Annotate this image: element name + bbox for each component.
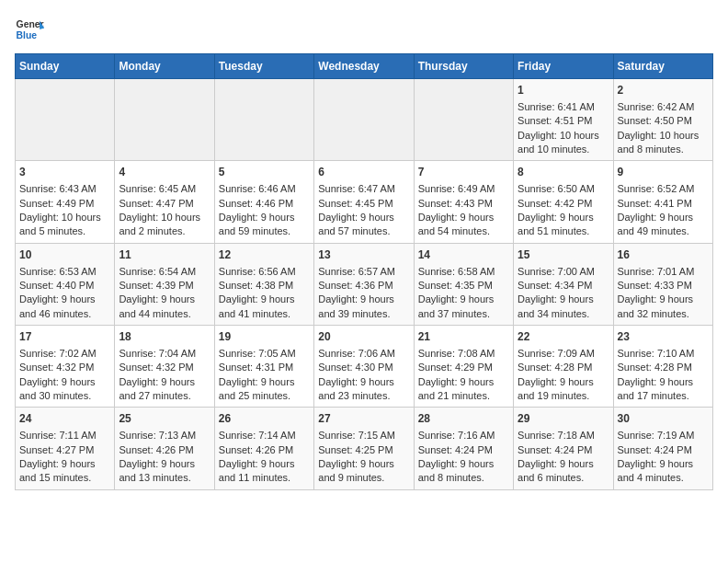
calendar-cell: 15Sunrise: 7:00 AMSunset: 4:34 PMDayligh… — [514, 243, 613, 325]
calendar-cell: 27Sunrise: 7:15 AMSunset: 4:25 PMDayligh… — [314, 408, 414, 489]
calendar-cell — [314, 79, 414, 161]
day-info: Sunset: 4:29 PM — [418, 361, 509, 374]
svg-text:Blue: Blue — [17, 30, 38, 40]
day-number: 2 — [618, 83, 709, 98]
day-info: Sunrise: 7:00 AM — [518, 265, 609, 279]
day-info: Sunrise: 7:02 AM — [19, 347, 110, 361]
day-number: 23 — [618, 329, 709, 345]
day-number: 24 — [19, 411, 110, 427]
day-info: Sunset: 4:30 PM — [318, 361, 409, 374]
day-number: 25 — [119, 411, 210, 427]
days-of-week-row: SundayMondayTuesdayWednesdayThursdayFrid… — [16, 54, 713, 79]
day-info: Sunset: 4:27 PM — [19, 443, 110, 457]
calendar-week-row: 3Sunrise: 6:43 AMSunset: 4:49 PMDaylight… — [16, 161, 713, 243]
day-info: Sunrise: 7:08 AM — [418, 347, 509, 361]
day-info: Sunset: 4:34 PM — [518, 279, 609, 293]
day-number: 19 — [219, 329, 310, 345]
day-info: Sunset: 4:36 PM — [318, 279, 409, 293]
day-info: Sunrise: 6:54 AM — [119, 265, 210, 279]
day-info: Daylight: 9 hours and 9 minutes. — [318, 457, 409, 486]
day-info: Sunset: 4:38 PM — [219, 279, 310, 293]
calendar-week-row: 17Sunrise: 7:02 AMSunset: 4:32 PMDayligh… — [16, 326, 713, 408]
calendar-body: 1Sunrise: 6:41 AMSunset: 4:51 PMDaylight… — [16, 79, 713, 490]
calendar-cell: 13Sunrise: 6:57 AMSunset: 4:36 PMDayligh… — [314, 243, 414, 325]
day-info: Sunrise: 7:14 AM — [219, 429, 310, 442]
day-info: Daylight: 9 hours and 51 minutes. — [518, 211, 609, 239]
day-number: 15 — [518, 247, 609, 263]
day-number: 13 — [318, 247, 409, 263]
day-info: Sunset: 4:46 PM — [219, 197, 310, 211]
day-number: 5 — [219, 165, 310, 180]
day-number: 29 — [518, 411, 609, 427]
day-info: Sunrise: 6:50 AM — [518, 182, 609, 196]
day-number: 12 — [219, 247, 310, 263]
day-info: Daylight: 9 hours and 54 minutes. — [418, 211, 509, 239]
day-info: Sunrise: 6:58 AM — [418, 265, 509, 279]
day-info: Sunrise: 7:11 AM — [19, 429, 110, 442]
day-info: Daylight: 10 hours and 8 minutes. — [618, 129, 709, 157]
day-info: Sunrise: 6:53 AM — [19, 265, 110, 279]
day-info: Sunrise: 7:09 AM — [518, 347, 609, 361]
day-number: 4 — [119, 165, 210, 180]
day-info: Daylight: 9 hours and 34 minutes. — [518, 293, 609, 321]
day-info: Sunrise: 6:57 AM — [318, 265, 409, 279]
calendar-cell: 10Sunrise: 6:53 AMSunset: 4:40 PMDayligh… — [16, 243, 115, 325]
day-info: Sunset: 4:50 PM — [618, 114, 709, 128]
day-info: Daylight: 9 hours and 4 minutes. — [618, 457, 709, 486]
day-info: Daylight: 9 hours and 49 minutes. — [618, 211, 709, 239]
day-info: Daylight: 9 hours and 27 minutes. — [119, 375, 210, 404]
day-info: Daylight: 9 hours and 17 minutes. — [618, 375, 709, 404]
dow-header: Thursday — [414, 54, 513, 79]
calendar-cell — [16, 79, 115, 161]
day-info: Sunset: 4:33 PM — [618, 279, 709, 293]
day-info: Sunrise: 6:56 AM — [219, 265, 310, 279]
calendar-cell: 17Sunrise: 7:02 AMSunset: 4:32 PMDayligh… — [16, 326, 115, 408]
day-info: Daylight: 10 hours and 10 minutes. — [518, 129, 609, 157]
day-info: Daylight: 9 hours and 21 minutes. — [418, 375, 509, 404]
calendar-cell: 30Sunrise: 7:19 AMSunset: 4:24 PMDayligh… — [613, 408, 712, 489]
calendar-cell: 21Sunrise: 7:08 AMSunset: 4:29 PMDayligh… — [414, 326, 513, 408]
day-info: Daylight: 9 hours and 8 minutes. — [418, 457, 509, 486]
day-number: 28 — [418, 411, 509, 427]
calendar-cell: 29Sunrise: 7:18 AMSunset: 4:24 PMDayligh… — [514, 408, 613, 489]
day-info: Sunrise: 7:04 AM — [119, 347, 210, 361]
calendar-week-row: 24Sunrise: 7:11 AMSunset: 4:27 PMDayligh… — [16, 408, 713, 489]
day-number: 16 — [618, 247, 709, 263]
calendar-cell: 14Sunrise: 6:58 AMSunset: 4:35 PMDayligh… — [414, 243, 513, 325]
day-info: Sunset: 4:24 PM — [418, 443, 509, 457]
day-info: Sunrise: 7:15 AM — [318, 429, 409, 442]
calendar-cell: 6Sunrise: 6:47 AMSunset: 4:45 PMDaylight… — [314, 161, 414, 243]
day-info: Sunrise: 7:19 AM — [618, 429, 709, 442]
calendar-cell: 12Sunrise: 6:56 AMSunset: 4:38 PMDayligh… — [214, 243, 313, 325]
day-number: 14 — [418, 247, 509, 263]
dow-header: Sunday — [16, 54, 115, 79]
day-info: Sunset: 4:41 PM — [618, 197, 709, 211]
page-header: General Blue — [15, 15, 713, 44]
day-number: 20 — [318, 329, 409, 345]
day-number: 17 — [19, 329, 110, 345]
calendar-cell — [414, 79, 513, 161]
day-info: Sunset: 4:40 PM — [19, 279, 110, 293]
calendar-cell: 16Sunrise: 7:01 AMSunset: 4:33 PMDayligh… — [613, 243, 712, 325]
day-info: Sunset: 4:28 PM — [618, 361, 709, 374]
calendar-cell — [214, 79, 313, 161]
calendar-cell: 5Sunrise: 6:46 AMSunset: 4:46 PMDaylight… — [214, 161, 313, 243]
dow-header: Wednesday — [314, 54, 414, 79]
dow-header: Friday — [514, 54, 613, 79]
day-number: 10 — [19, 247, 110, 263]
day-info: Daylight: 9 hours and 23 minutes. — [318, 375, 409, 404]
day-info: Sunset: 4:45 PM — [318, 197, 409, 211]
day-info: Sunset: 4:49 PM — [19, 197, 110, 211]
day-info: Daylight: 9 hours and 32 minutes. — [618, 293, 709, 321]
day-info: Sunset: 4:31 PM — [219, 361, 310, 374]
day-info: Daylight: 9 hours and 13 minutes. — [119, 457, 210, 486]
day-info: Sunset: 4:24 PM — [518, 443, 609, 457]
calendar-table: SundayMondayTuesdayWednesdayThursdayFrid… — [15, 53, 713, 490]
day-info: Sunrise: 6:42 AM — [618, 100, 709, 114]
day-info: Sunset: 4:35 PM — [418, 279, 509, 293]
calendar-cell: 7Sunrise: 6:49 AMSunset: 4:43 PMDaylight… — [414, 161, 513, 243]
day-number: 27 — [318, 411, 409, 427]
day-info: Daylight: 10 hours and 5 minutes. — [19, 211, 110, 239]
day-number: 30 — [618, 411, 709, 427]
day-number: 6 — [318, 165, 409, 180]
